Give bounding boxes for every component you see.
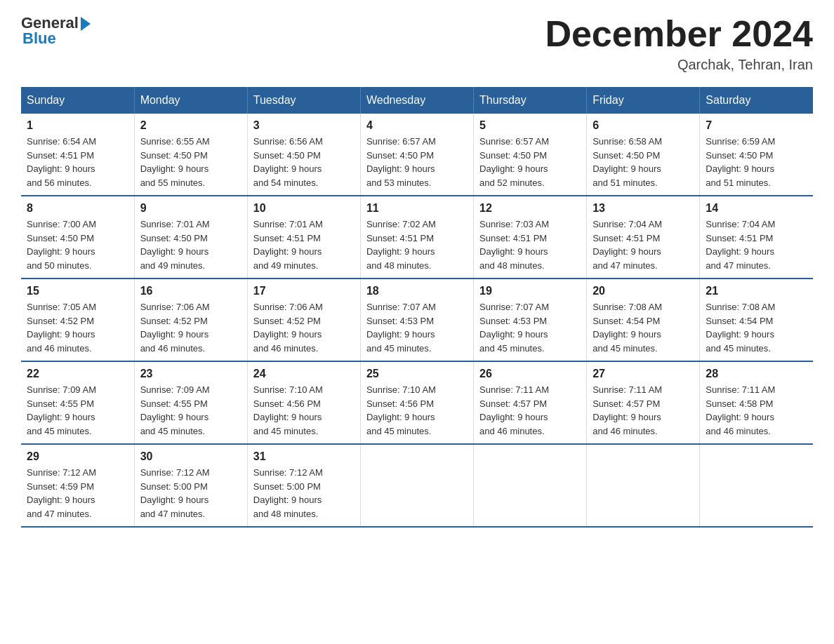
week-row-4: 22Sunrise: 7:09 AMSunset: 4:55 PMDayligh… bbox=[21, 361, 813, 444]
calendar-cell: 4Sunrise: 6:57 AMSunset: 4:50 PMDaylight… bbox=[360, 114, 473, 196]
calendar-table: SundayMondayTuesdayWednesdayThursdayFrid… bbox=[21, 87, 813, 528]
page-header: General Blue December 2024 Qarchak, Tehr… bbox=[21, 14, 813, 73]
logo-blue-text: Blue bbox=[21, 29, 56, 48]
calendar-cell: 7Sunrise: 6:59 AMSunset: 4:50 PMDaylight… bbox=[700, 114, 813, 196]
day-number: 18 bbox=[366, 285, 468, 297]
week-row-2: 8Sunrise: 7:00 AMSunset: 4:50 PMDaylight… bbox=[21, 196, 813, 279]
header-day-thursday: Thursday bbox=[474, 87, 587, 114]
calendar-cell: 11Sunrise: 7:02 AMSunset: 4:51 PMDayligh… bbox=[360, 196, 473, 279]
calendar-cell: 27Sunrise: 7:11 AMSunset: 4:57 PMDayligh… bbox=[587, 361, 700, 444]
calendar-cell: 29Sunrise: 7:12 AMSunset: 4:59 PMDayligh… bbox=[21, 444, 134, 527]
day-info: Sunrise: 7:03 AMSunset: 4:51 PMDaylight:… bbox=[479, 217, 581, 272]
calendar-cell: 31Sunrise: 7:12 AMSunset: 5:00 PMDayligh… bbox=[247, 444, 360, 527]
day-info: Sunrise: 7:00 AMSunset: 4:50 PMDaylight:… bbox=[27, 217, 128, 272]
calendar-cell: 15Sunrise: 7:05 AMSunset: 4:52 PMDayligh… bbox=[21, 279, 134, 361]
day-number: 11 bbox=[366, 202, 468, 215]
day-number: 22 bbox=[27, 368, 128, 380]
calendar-cell: 25Sunrise: 7:10 AMSunset: 4:56 PMDayligh… bbox=[360, 361, 473, 444]
day-number: 25 bbox=[366, 368, 468, 380]
calendar-cell: 2Sunrise: 6:55 AMSunset: 4:50 PMDaylight… bbox=[134, 114, 247, 196]
day-number: 31 bbox=[253, 450, 355, 463]
header-day-friday: Friday bbox=[587, 87, 700, 114]
week-row-1: 1Sunrise: 6:54 AMSunset: 4:51 PMDaylight… bbox=[21, 114, 813, 196]
calendar-cell: 23Sunrise: 7:09 AMSunset: 4:55 PMDayligh… bbox=[134, 361, 247, 444]
day-number: 20 bbox=[593, 285, 694, 297]
calendar-cell: 9Sunrise: 7:01 AMSunset: 4:50 PMDaylight… bbox=[134, 196, 247, 279]
day-info: Sunrise: 7:06 AMSunset: 4:52 PMDaylight:… bbox=[253, 300, 355, 355]
calendar-cell: 3Sunrise: 6:56 AMSunset: 4:50 PMDaylight… bbox=[247, 114, 360, 196]
day-info: Sunrise: 7:01 AMSunset: 4:50 PMDaylight:… bbox=[140, 217, 241, 272]
calendar-cell: 13Sunrise: 7:04 AMSunset: 4:51 PMDayligh… bbox=[587, 196, 700, 279]
day-number: 17 bbox=[253, 285, 355, 297]
day-info: Sunrise: 7:09 AMSunset: 4:55 PMDaylight:… bbox=[140, 383, 241, 438]
header-day-sunday: Sunday bbox=[21, 87, 134, 114]
calendar-cell bbox=[474, 444, 587, 527]
day-number: 3 bbox=[253, 119, 355, 132]
day-info: Sunrise: 7:01 AMSunset: 4:51 PMDaylight:… bbox=[253, 217, 355, 272]
day-number: 8 bbox=[27, 202, 128, 215]
calendar-cell: 30Sunrise: 7:12 AMSunset: 5:00 PMDayligh… bbox=[134, 444, 247, 527]
calendar-cell: 21Sunrise: 7:08 AMSunset: 4:54 PMDayligh… bbox=[700, 279, 813, 361]
header-day-tuesday: Tuesday bbox=[247, 87, 360, 114]
month-title: December 2024 bbox=[545, 14, 813, 54]
calendar-cell: 18Sunrise: 7:07 AMSunset: 4:53 PMDayligh… bbox=[360, 279, 473, 361]
day-number: 1 bbox=[27, 119, 128, 132]
calendar-cell: 1Sunrise: 6:54 AMSunset: 4:51 PMDaylight… bbox=[21, 114, 134, 196]
day-info: Sunrise: 7:11 AMSunset: 4:58 PMDaylight:… bbox=[706, 383, 807, 438]
calendar-cell: 26Sunrise: 7:11 AMSunset: 4:57 PMDayligh… bbox=[474, 361, 587, 444]
title-block: December 2024 Qarchak, Tehran, Iran bbox=[545, 14, 813, 73]
calendar-cell: 16Sunrise: 7:06 AMSunset: 4:52 PMDayligh… bbox=[134, 279, 247, 361]
day-info: Sunrise: 6:58 AMSunset: 4:50 PMDaylight:… bbox=[593, 135, 694, 189]
calendar-cell: 14Sunrise: 7:04 AMSunset: 4:51 PMDayligh… bbox=[700, 196, 813, 279]
day-info: Sunrise: 6:57 AMSunset: 4:50 PMDaylight:… bbox=[479, 135, 581, 189]
day-info: Sunrise: 7:04 AMSunset: 4:51 PMDaylight:… bbox=[593, 217, 694, 272]
day-info: Sunrise: 7:12 AMSunset: 5:00 PMDaylight:… bbox=[253, 466, 355, 521]
day-info: Sunrise: 7:02 AMSunset: 4:51 PMDaylight:… bbox=[366, 217, 468, 272]
day-number: 16 bbox=[140, 285, 241, 297]
calendar-cell: 10Sunrise: 7:01 AMSunset: 4:51 PMDayligh… bbox=[247, 196, 360, 279]
day-number: 28 bbox=[706, 368, 807, 380]
day-info: Sunrise: 7:07 AMSunset: 4:53 PMDaylight:… bbox=[366, 300, 468, 355]
calendar-cell: 19Sunrise: 7:07 AMSunset: 4:53 PMDayligh… bbox=[474, 279, 587, 361]
location-text: Qarchak, Tehran, Iran bbox=[545, 57, 813, 73]
day-info: Sunrise: 6:54 AMSunset: 4:51 PMDaylight:… bbox=[27, 135, 128, 189]
day-number: 4 bbox=[366, 119, 468, 132]
calendar-cell: 12Sunrise: 7:03 AMSunset: 4:51 PMDayligh… bbox=[474, 196, 587, 279]
calendar-cell: 20Sunrise: 7:08 AMSunset: 4:54 PMDayligh… bbox=[587, 279, 700, 361]
header-day-wednesday: Wednesday bbox=[360, 87, 473, 114]
day-info: Sunrise: 6:56 AMSunset: 4:50 PMDaylight:… bbox=[253, 135, 355, 189]
calendar-cell: 24Sunrise: 7:10 AMSunset: 4:56 PMDayligh… bbox=[247, 361, 360, 444]
calendar-cell: 5Sunrise: 6:57 AMSunset: 4:50 PMDaylight… bbox=[474, 114, 587, 196]
day-number: 7 bbox=[706, 119, 807, 132]
day-info: Sunrise: 7:09 AMSunset: 4:55 PMDaylight:… bbox=[27, 383, 128, 438]
day-info: Sunrise: 7:11 AMSunset: 4:57 PMDaylight:… bbox=[593, 383, 694, 438]
day-number: 26 bbox=[479, 368, 581, 380]
week-row-5: 29Sunrise: 7:12 AMSunset: 4:59 PMDayligh… bbox=[21, 444, 813, 527]
day-number: 2 bbox=[140, 119, 241, 132]
calendar-cell: 8Sunrise: 7:00 AMSunset: 4:50 PMDaylight… bbox=[21, 196, 134, 279]
day-number: 27 bbox=[593, 368, 694, 380]
day-info: Sunrise: 7:08 AMSunset: 4:54 PMDaylight:… bbox=[593, 300, 694, 355]
header-day-monday: Monday bbox=[134, 87, 247, 114]
day-info: Sunrise: 7:05 AMSunset: 4:52 PMDaylight:… bbox=[27, 300, 128, 355]
calendar-cell: 22Sunrise: 7:09 AMSunset: 4:55 PMDayligh… bbox=[21, 361, 134, 444]
day-info: Sunrise: 7:12 AMSunset: 5:00 PMDaylight:… bbox=[140, 466, 241, 521]
day-info: Sunrise: 7:12 AMSunset: 4:59 PMDaylight:… bbox=[27, 466, 128, 521]
week-row-3: 15Sunrise: 7:05 AMSunset: 4:52 PMDayligh… bbox=[21, 279, 813, 361]
day-number: 5 bbox=[479, 119, 581, 132]
day-info: Sunrise: 7:11 AMSunset: 4:57 PMDaylight:… bbox=[479, 383, 581, 438]
day-number: 13 bbox=[593, 202, 694, 215]
logo: General Blue bbox=[21, 14, 91, 48]
calendar-cell: 17Sunrise: 7:06 AMSunset: 4:52 PMDayligh… bbox=[247, 279, 360, 361]
day-info: Sunrise: 7:06 AMSunset: 4:52 PMDaylight:… bbox=[140, 300, 241, 355]
day-info: Sunrise: 6:55 AMSunset: 4:50 PMDaylight:… bbox=[140, 135, 241, 189]
day-info: Sunrise: 7:04 AMSunset: 4:51 PMDaylight:… bbox=[706, 217, 807, 272]
day-info: Sunrise: 7:10 AMSunset: 4:56 PMDaylight:… bbox=[253, 383, 355, 438]
day-info: Sunrise: 6:57 AMSunset: 4:50 PMDaylight:… bbox=[366, 135, 468, 189]
header-day-saturday: Saturday bbox=[700, 87, 813, 114]
header-row: SundayMondayTuesdayWednesdayThursdayFrid… bbox=[21, 87, 813, 114]
day-number: 9 bbox=[140, 202, 241, 215]
day-number: 15 bbox=[27, 285, 128, 297]
day-info: Sunrise: 6:59 AMSunset: 4:50 PMDaylight:… bbox=[706, 135, 807, 189]
day-info: Sunrise: 7:10 AMSunset: 4:56 PMDaylight:… bbox=[366, 383, 468, 438]
